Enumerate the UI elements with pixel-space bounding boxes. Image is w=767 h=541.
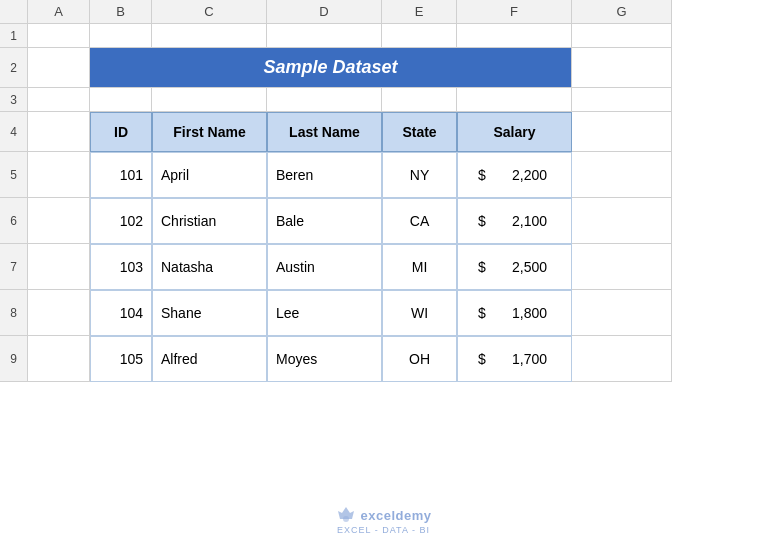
grid-row-6: 6 102 Christian Bale CA $ 2,100 [0,198,767,244]
cell-a3[interactable] [28,88,90,112]
grid-row-5: 5 101 April Beren NY $ 2,200 [0,152,767,198]
cell-g7[interactable] [572,244,672,290]
row-header-9: 9 [0,336,28,382]
cell-id-2[interactable]: 102 [90,198,152,244]
header-first-name: First Name [152,112,267,152]
row-header-7: 7 [0,244,28,290]
cell-first-1[interactable]: April [152,152,267,198]
cell-id-5[interactable]: 105 [90,336,152,382]
title-cell[interactable]: Sample Dataset [90,48,572,88]
cell-state-2[interactable]: CA [382,198,457,244]
dataset-title: Sample Dataset [263,57,397,78]
watermark-logo-icon [336,505,356,525]
cell-b1[interactable] [90,24,152,48]
col-header-b: B [90,0,152,24]
cell-g3[interactable] [572,88,672,112]
grid-row-3: 3 [0,88,767,112]
cell-state-4[interactable]: WI [382,290,457,336]
cell-g6[interactable] [572,198,672,244]
cell-id-1[interactable]: 101 [90,152,152,198]
cell-e1[interactable] [382,24,457,48]
cell-last-4[interactable]: Lee [267,290,382,336]
row-header-5: 5 [0,152,28,198]
cell-first-4[interactable]: Shane [152,290,267,336]
cell-a7[interactable] [28,244,90,290]
cell-a6[interactable] [28,198,90,244]
cell-c3[interactable] [152,88,267,112]
cell-c1[interactable] [152,24,267,48]
cell-state-3[interactable]: MI [382,244,457,290]
row-header-4: 4 [0,112,28,152]
cell-d3[interactable] [267,88,382,112]
grid-row-9: 9 105 Alfred Moyes OH $ 1,700 [0,336,767,382]
watermark-subtitle: EXCEL - DATA - BI [337,525,430,535]
cell-state-1[interactable]: NY [382,152,457,198]
header-last-name: Last Name [267,112,382,152]
cell-a1[interactable] [28,24,90,48]
cell-g5[interactable] [572,152,672,198]
header-salary: Salary [457,112,572,152]
col-header-e: E [382,0,457,24]
cell-salary-3[interactable]: $ 2,500 [457,244,572,290]
grid-row-4: 4 ID First Name Last Name State Salary [0,112,767,152]
header-id: ID [90,112,152,152]
cell-state-5[interactable]: OH [382,336,457,382]
cell-a4[interactable] [28,112,90,152]
row-header-3: 3 [0,88,28,112]
spreadsheet: A B C D E F G 1 2 Sample Dataset [0,0,767,541]
svg-point-1 [343,516,349,522]
cell-salary-5[interactable]: $ 1,700 [457,336,572,382]
grid-row-2: 2 Sample Dataset [0,48,767,88]
cell-first-2[interactable]: Christian [152,198,267,244]
corner-cell [0,0,28,24]
cell-f3[interactable] [457,88,572,112]
grid-row-7: 7 103 Natasha Austin MI $ 2,500 [0,244,767,290]
cell-last-1[interactable]: Beren [267,152,382,198]
header-state: State [382,112,457,152]
column-headers: A B C D E F G [0,0,767,24]
cell-e3[interactable] [382,88,457,112]
cell-g8[interactable] [572,290,672,336]
cell-g2[interactable] [572,48,672,88]
cell-a8[interactable] [28,290,90,336]
cell-id-3[interactable]: 103 [90,244,152,290]
cell-first-3[interactable]: Natasha [152,244,267,290]
col-header-g: G [572,0,672,24]
cell-g4[interactable] [572,112,672,152]
cell-f1[interactable] [457,24,572,48]
cell-last-5[interactable]: Moyes [267,336,382,382]
cell-last-3[interactable]: Austin [267,244,382,290]
cell-id-4[interactable]: 104 [90,290,152,336]
col-header-d: D [267,0,382,24]
watermark-name: exceldemy [361,508,432,523]
cell-salary-1[interactable]: $ 2,200 [457,152,572,198]
cell-b3[interactable] [90,88,152,112]
grid-row-8: 8 104 Shane Lee WI $ 1,800 [0,290,767,336]
cell-last-2[interactable]: Bale [267,198,382,244]
row-header-1: 1 [0,24,28,48]
col-header-f: F [457,0,572,24]
row-header-2: 2 [0,48,28,88]
cell-first-5[interactable]: Alfred [152,336,267,382]
grid-row-1: 1 [0,24,767,48]
row-header-6: 6 [0,198,28,244]
cell-g9[interactable] [572,336,672,382]
cell-a2[interactable] [28,48,90,88]
col-header-a: A [28,0,90,24]
col-header-c: C [152,0,267,24]
cell-salary-4[interactable]: $ 1,800 [457,290,572,336]
grid-body: 1 2 Sample Dataset 3 [0,24,767,382]
cell-a5[interactable] [28,152,90,198]
cell-salary-2[interactable]: $ 2,100 [457,198,572,244]
row-header-8: 8 [0,290,28,336]
cell-a9[interactable] [28,336,90,382]
cell-g1[interactable] [572,24,672,48]
watermark: exceldemy EXCEL - DATA - BI [336,505,432,535]
cell-d1[interactable] [267,24,382,48]
